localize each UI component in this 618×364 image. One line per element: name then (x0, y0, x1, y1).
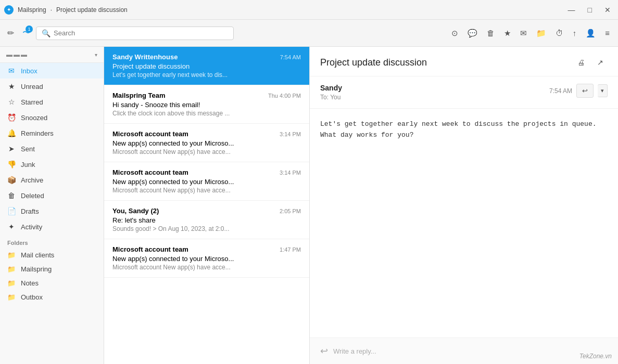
sidebar-item-archive[interactable]: 📦 Archive (0, 172, 104, 188)
sidebar-label-drafts: Drafts (21, 207, 39, 215)
print-button[interactable]: 🖨 (573, 55, 589, 70)
reply-button[interactable]: ↩ (576, 84, 594, 98)
sidebar-label-starred: Starred (21, 98, 43, 106)
email-list-item[interactable]: Microsoft account team 3:14 PM New app(s… (104, 124, 309, 162)
search-box[interactable]: 🔍 (36, 27, 234, 40)
email-sender: Microsoft account team (112, 245, 188, 253)
email-sender: Sandy Writtenhouse (112, 53, 178, 61)
email-time: Thu 4:00 PM (268, 93, 301, 99)
email-preview: Microsoft account New app(s) have acce..… (112, 148, 301, 155)
close-button[interactable]: ✕ (601, 5, 614, 15)
window-subtitle: Project update discussion (56, 6, 128, 14)
email-list-item[interactable]: Microsoft account team 1:47 PM New app(s… (104, 239, 309, 278)
sidebar-item-unread[interactable]: ★ Unread (0, 79, 104, 94)
folder-mail-clients-icon: 📁 (7, 251, 16, 259)
title-bar-left: ✦ Mailspring · Project update discussion (4, 5, 128, 15)
email-list-item[interactable]: Sandy Writtenhouse 7:54 AM Project updat… (104, 47, 309, 85)
activity-badge: 1 (26, 25, 33, 33)
sidebar-item-sent[interactable]: ➤ Sent (0, 141, 104, 157)
email-detail-subject: Project update discussion (320, 57, 427, 68)
window-controls: — □ ✕ (565, 5, 614, 15)
snooze-toolbar-button[interactable]: ⏱ (551, 25, 567, 41)
sidebar-item-junk[interactable]: 👎 Junk (0, 157, 104, 172)
email-time: 2:05 PM (280, 208, 301, 214)
sidebar-label-deleted: Deleted (21, 192, 44, 200)
email-sender: You, Sandy (2) (112, 207, 159, 215)
sidebar-label-inbox: Inbox (21, 67, 37, 75)
email-list-item[interactable]: Microsoft account team 3:14 PM New app(s… (104, 162, 309, 201)
star-toolbar-button[interactable]: ★ (500, 25, 515, 41)
sidebar-item-reminders[interactable]: 🔔 Reminders (0, 125, 104, 141)
app-logo: ✦ (4, 5, 14, 15)
starred-icon: ☆ (7, 98, 16, 106)
email-from: Sandy (320, 84, 541, 92)
email-subject: New app(s) connected to your Microso... (112, 255, 301, 263)
contact-toolbar-button[interactable]: 👤 (582, 25, 600, 41)
folders-section-label: Folders (0, 235, 104, 248)
reply-toolbar-button[interactable]: 💬 (463, 25, 482, 41)
email-preview: Sounds good! > On Aug 10, 2023, at 2:0..… (112, 225, 301, 232)
sidebar-item-snoozed[interactable]: ⏰ Snoozed (0, 110, 104, 125)
watermark: TekZone.vn (579, 353, 612, 360)
reply-placeholder: Write a reply... (333, 347, 376, 355)
email-detail: Project update discussion 🖨 ↗ Sandy To: … (310, 47, 618, 364)
reply-dropdown-button[interactable]: ▾ (598, 84, 608, 97)
email-list-item[interactable]: You, Sandy (2) 2:05 PM Re: let's share S… (104, 201, 309, 239)
menu-toolbar-button[interactable]: ≡ (601, 25, 614, 41)
email-sender: Microsoft account team (112, 130, 188, 138)
email-detail-actions: 🖨 ↗ (573, 55, 608, 70)
email-body: Let's get together early next week to di… (310, 109, 618, 337)
sidebar-folder-mailspring[interactable]: 📁 Mailspring (0, 262, 104, 276)
archive-toolbar-button[interactable]: ⊙ (447, 25, 462, 41)
sidebar-folder-label-mailspring: Mailspring (21, 265, 52, 273)
maximize-button[interactable]: □ (585, 5, 595, 15)
sidebar-item-activity[interactable]: ✦ Activity (0, 219, 104, 235)
sidebar-account[interactable]: ▬▬▬ ▾ (0, 47, 104, 63)
drafts-icon: 📄 (7, 207, 16, 215)
send-toolbar-button[interactable]: ↑ (569, 25, 581, 41)
search-input[interactable] (54, 29, 228, 37)
sidebar-label-junk: Junk (21, 161, 35, 168)
delete-toolbar-button[interactable]: 🗑 (483, 25, 499, 41)
sidebar-item-starred[interactable]: ☆ Starred (0, 94, 104, 110)
open-external-button[interactable]: ↗ (593, 55, 608, 70)
title-bar: ✦ Mailspring · Project update discussion… (0, 0, 618, 20)
email-time: 1:47 PM (280, 246, 301, 253)
sidebar-item-deleted[interactable]: 🗑 Deleted (0, 188, 104, 203)
sidebar-item-drafts[interactable]: 📄 Drafts (0, 203, 104, 219)
activity-button[interactable]: 〜 1 (19, 24, 34, 42)
folder-outbox-icon: 📁 (7, 293, 16, 301)
minimize-button[interactable]: — (565, 5, 578, 15)
folder-mailspring-icon: 📁 (7, 265, 16, 273)
inbox-icon: ✉ (7, 67, 16, 75)
sidebar-folder-notes[interactable]: 📁 Notes (0, 276, 104, 290)
unread-icon: ★ (7, 82, 16, 90)
email-subject: New app(s) connected to your Microso... (112, 178, 301, 186)
sidebar-folder-label-outbox: Outbox (21, 293, 43, 301)
sidebar: ▬▬▬ ▾ ✉ Inbox ★ Unread ☆ Starred ⏰ Snooz… (0, 47, 104, 364)
email-subject: Re: let's share (112, 216, 301, 224)
reply-compose-icon: ↩ (320, 345, 328, 357)
email-preview: Microsoft account New app(s) have acce..… (112, 187, 301, 194)
activity-sidebar-icon: ✦ (7, 223, 16, 231)
email-time: 3:14 PM (280, 131, 301, 137)
email-subject: Hi sandy - Snooze this email! (112, 101, 301, 109)
reply-area[interactable]: ↩ Write a reply... (310, 337, 618, 364)
compose-button[interactable]: ✏ (4, 25, 17, 41)
toolbar-right-actions: ⊙ 💬 🗑 ★ ✉ 📁 ⏱ ↑ 👤 ≡ (447, 25, 614, 41)
sidebar-label-reminders: Reminders (21, 129, 54, 137)
title-separator: · (51, 6, 52, 14)
sidebar-folder-label-mail-clients: Mail clients (21, 251, 54, 259)
mark-toolbar-button[interactable]: ✉ (516, 25, 531, 41)
email-sender: Mailspring Team (112, 92, 166, 99)
email-preview: Click the clock icon above this message … (112, 110, 301, 117)
sidebar-item-inbox[interactable]: ✉ Inbox (0, 63, 104, 79)
sidebar-label-unread: Unread (21, 83, 43, 90)
folder-toolbar-button[interactable]: 📁 (532, 25, 550, 41)
sidebar-folder-outbox[interactable]: 📁 Outbox (0, 290, 104, 304)
account-avatar-placeholder: ▬▬▬ (6, 51, 28, 58)
email-list-item[interactable]: Mailspring Team Thu 4:00 PM Hi sandy - S… (104, 85, 309, 124)
sidebar-folder-mail-clients[interactable]: 📁 Mail clients (0, 248, 104, 262)
search-icon: 🔍 (42, 29, 51, 37)
email-preview: Let's get together early next week to di… (112, 71, 301, 79)
